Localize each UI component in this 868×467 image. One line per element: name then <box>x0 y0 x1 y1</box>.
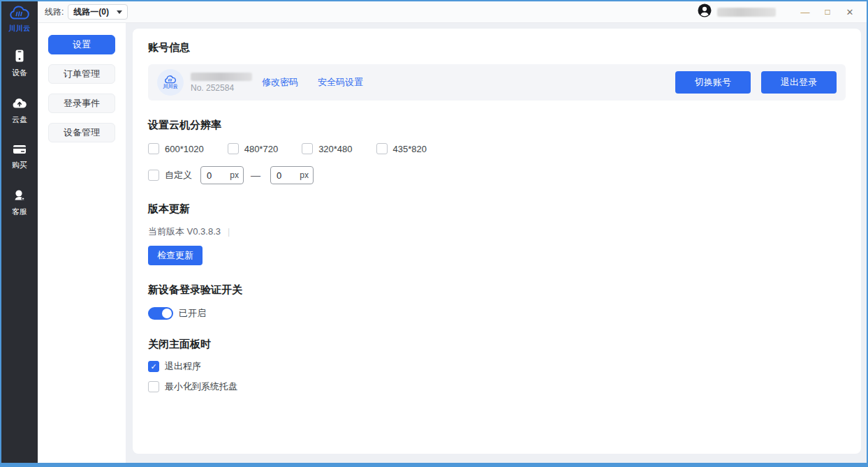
window-controls: — □ ✕ <box>794 3 861 20</box>
custom-height-field: px <box>270 166 314 184</box>
rail-item-label: 云盘 <box>12 114 27 125</box>
cloud-logo-icon <box>9 6 30 23</box>
rail-item-buy[interactable]: 购买 <box>12 144 27 170</box>
logout-button[interactable]: 退出登录 <box>761 71 837 94</box>
resolution-option-320x480[interactable]: 320*480 <box>302 143 352 154</box>
customer-service-icon <box>13 189 26 205</box>
menu-item-device-management[interactable]: 设备管理 <box>48 123 115 142</box>
account-avatar: 川川云 <box>157 69 184 96</box>
minimize-button[interactable]: — <box>794 3 816 20</box>
account-avatar-brand: 川川云 <box>163 83 178 90</box>
credit-card-icon <box>13 144 27 158</box>
check-update-button[interactable]: 检查更新 <box>148 246 203 265</box>
account-username-redacted <box>191 73 252 81</box>
rail-item-cloud-disk[interactable]: 云盘 <box>12 97 27 125</box>
version-divider: | <box>228 227 230 237</box>
checkbox[interactable] <box>148 381 159 392</box>
checkbox-label: 最小化到系统托盘 <box>165 380 237 393</box>
security-code-link[interactable]: 安全码设置 <box>318 76 363 89</box>
line-select-label: 线路: <box>45 6 64 18</box>
checkbox[interactable] <box>148 170 159 181</box>
settings-menu: 设置 订单管理 登录事件 设备管理 <box>38 23 126 463</box>
rail-item-devices[interactable]: 设备 <box>12 49 27 78</box>
menu-item-orders[interactable]: 订单管理 <box>48 64 115 84</box>
custom-width-field: px <box>200 166 244 184</box>
verification-status: 已开启 <box>179 307 206 320</box>
close-option-minimize-to-tray[interactable]: 最小化到系统托盘 <box>148 380 846 393</box>
section-title-account: 账号信息 <box>148 41 846 54</box>
settings-card: 账号信息 川川云 No. 252584 <box>133 29 861 454</box>
resolution-option-custom[interactable]: 自定义 <box>148 169 192 181</box>
range-dash: — <box>251 170 260 181</box>
maximize-button[interactable]: □ <box>816 3 839 20</box>
custom-width-input[interactable] <box>207 170 228 181</box>
rail-item-label: 购买 <box>12 160 27 170</box>
resolution-option-600x1020[interactable]: 600*1020 <box>148 143 204 154</box>
checkbox[interactable] <box>228 143 239 154</box>
username-redacted <box>717 8 776 17</box>
close-button[interactable]: ✕ <box>839 3 861 20</box>
section-title-verification: 新设备登录验证开关 <box>148 283 846 297</box>
icon-rail: 川川云 设备 云 <box>1 1 38 463</box>
app-logo: 川川云 <box>8 6 31 34</box>
checkbox-label: 320*480 <box>318 144 352 154</box>
line-select-dropdown[interactable]: 线路一(0) <box>68 4 128 20</box>
rail-item-label: 设备 <box>12 68 27 78</box>
line-select-value: 线路一(0) <box>73 6 117 18</box>
switch-account-button[interactable]: 切换账号 <box>675 71 751 94</box>
custom-height-input[interactable] <box>277 170 297 181</box>
checkbox[interactable] <box>302 143 313 154</box>
section-title-version: 版本更新 <box>148 202 846 216</box>
rail-item-label: 客服 <box>12 207 27 217</box>
unit-label: px <box>230 170 239 180</box>
chevron-down-icon <box>117 10 122 14</box>
topbar: 线路: 线路一(0) — □ ✕ <box>38 1 867 23</box>
checkbox[interactable] <box>148 143 159 154</box>
section-title-resolution: 设置云机分辨率 <box>148 119 846 132</box>
app-window: 川川云 设备 云 <box>0 0 868 467</box>
section-title-close-behavior: 关闭主面板时 <box>148 338 846 351</box>
close-option-exit[interactable]: ✓ 退出程序 <box>148 360 846 373</box>
rail-item-support[interactable]: 客服 <box>12 189 27 217</box>
menu-item-login-events[interactable]: 登录事件 <box>48 94 115 113</box>
checkbox-label: 600*1020 <box>165 144 204 154</box>
unit-label: px <box>300 170 309 180</box>
checkbox[interactable] <box>376 143 388 154</box>
account-panel: 川川云 No. 252584 修改密码 安全码设置 切换账号 退出登录 <box>148 64 846 101</box>
checkbox-label: 435*820 <box>393 144 427 154</box>
cloud-upload-icon <box>12 97 27 112</box>
checkbox-checked[interactable]: ✓ <box>148 361 159 372</box>
current-version-text: 当前版本 V0.3.8.3 <box>148 225 221 238</box>
toggle-knob <box>162 309 172 318</box>
checkbox-label: 退出程序 <box>165 360 201 373</box>
account-number: No. 252584 <box>191 83 252 93</box>
rail-nav: 设备 云盘 购买 <box>12 49 27 217</box>
checkbox-label: 480*720 <box>244 144 278 154</box>
checkbox-label: 自定义 <box>165 169 192 181</box>
user-avatar[interactable] <box>698 3 712 20</box>
menu-item-settings[interactable]: 设置 <box>48 35 115 54</box>
resolution-option-480x720[interactable]: 480*720 <box>228 143 278 154</box>
brand-name: 川川云 <box>8 24 31 34</box>
verification-toggle[interactable] <box>148 307 173 320</box>
device-icon <box>13 49 27 66</box>
change-password-link[interactable]: 修改密码 <box>262 76 298 89</box>
resolution-option-435x820[interactable]: 435*820 <box>376 143 427 154</box>
